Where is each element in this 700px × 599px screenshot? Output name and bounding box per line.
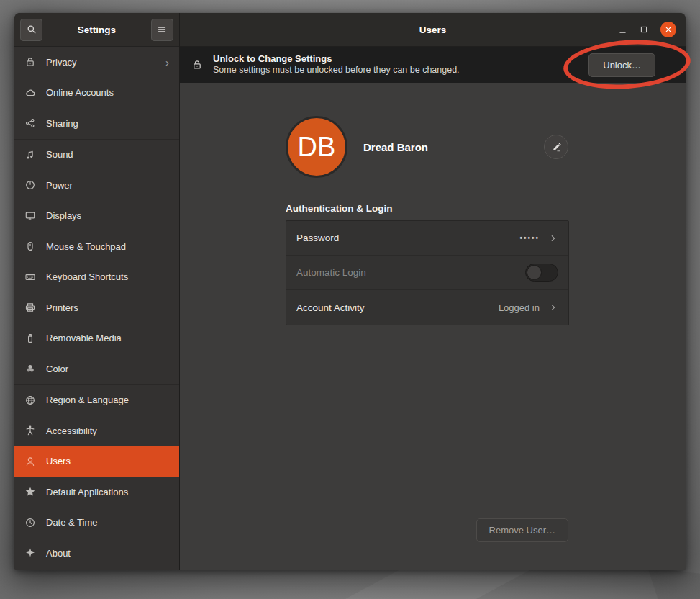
remove-user-button[interactable]: Remove User… (476, 518, 568, 542)
unlock-banner-text: Unlock to Change Settings Some settings … (213, 53, 460, 76)
minimize-button[interactable] (618, 25, 627, 35)
automatic-login-row[interactable]: Automatic Login (286, 256, 568, 290)
sidebar-item-label: Sharing (46, 118, 78, 129)
chevron-right-icon (548, 233, 558, 243)
row-label: Automatic Login (296, 267, 366, 278)
menu-button[interactable] (151, 19, 173, 41)
sidebar-item-label: Mouse & Touchpad (46, 241, 126, 252)
unlock-button[interactable]: Unlock… (588, 53, 655, 77)
sidebar-item-label: Online Accounts (46, 87, 114, 98)
sparkle-icon (24, 547, 36, 559)
chevron-right-icon (548, 302, 558, 312)
mouse-icon (24, 240, 36, 252)
titlebar[interactable]: Users (180, 13, 686, 47)
sidebar-item-label: Default Applications (46, 487, 128, 497)
row-value: ••••• (519, 234, 540, 242)
account-activity-row[interactable]: Account Activity Logged in (286, 290, 568, 325)
accessibility-icon (24, 425, 36, 436)
sidebar-item-sound[interactable]: Sound (14, 140, 179, 171)
sidebar-item-users[interactable]: Users (14, 446, 179, 477)
sidebar-item-label: Privacy (46, 57, 77, 68)
sidebar-item-online-accounts[interactable]: Online Accounts (14, 78, 179, 109)
sidebar-item-label: Power (46, 180, 73, 191)
sidebar: Settings Privacy › Online Accounts Shari… (14, 13, 180, 570)
sidebar-item-label: Accessibility (46, 425, 97, 436)
music-note-icon (24, 149, 36, 161)
sidebar-item-label: Displays (46, 210, 81, 221)
lock-icon (191, 59, 204, 71)
sidebar-item-privacy[interactable]: Privacy › (14, 47, 179, 78)
user-card: DB Dread Baron (286, 114, 569, 180)
sidebar-item-default-applications[interactable]: Default Applications (14, 477, 179, 508)
sidebar-item-keyboard-shortcuts[interactable]: Keyboard Shortcuts (14, 262, 179, 293)
close-button[interactable] (660, 22, 676, 37)
sidebar-item-accessibility[interactable]: Accessibility (14, 415, 179, 446)
section-heading: Authentication & Login (286, 203, 569, 214)
sidebar-item-date-time[interactable]: Date & Time (14, 508, 179, 539)
automatic-login-toggle[interactable] (525, 264, 558, 282)
close-icon (664, 25, 673, 34)
sidebar-item-label: About (46, 548, 71, 559)
users-icon (24, 456, 36, 467)
clock-icon (24, 517, 36, 528)
lock-icon (24, 56, 36, 68)
desktop: { "window": { "sidebar": { "title": "Set… (0, 0, 700, 599)
auth-rows-box: Password ••••• Automatic Login Account A… (286, 220, 569, 325)
avatar: DB (286, 116, 347, 178)
search-button[interactable] (20, 19, 42, 41)
sidebar-item-mouse-touchpad[interactable]: Mouse & Touchpad (14, 231, 179, 262)
sidebar-item-label: Keyboard Shortcuts (46, 271, 128, 282)
page-title: Users (180, 24, 686, 35)
users-panel-column: DB Dread Baron Authentication & Login Pa… (286, 114, 569, 325)
sidebar-item-label: Removable Media (46, 333, 122, 343)
sidebar-item-label: Region & Language (46, 395, 129, 405)
sidebar-item-sharing[interactable]: Sharing (14, 108, 179, 139)
edit-name-button[interactable] (544, 135, 568, 159)
users-panel: DB Dread Baron Authentication & Login Pa… (180, 83, 686, 570)
content-pane: Users Unlock to Change Settings Some set… (180, 13, 686, 570)
unlock-banner: Unlock to Change Settings Some settings … (180, 47, 686, 83)
sidebar-item-region-language[interactable]: Region & Language (14, 385, 179, 416)
sidebar-item-label: Sound (46, 149, 73, 160)
sidebar-item-label: Printers (46, 302, 78, 313)
row-value: Logged in (499, 302, 540, 313)
row-label: Account Activity (296, 302, 365, 313)
sidebar-item-label: Color (46, 364, 68, 374)
hamburger-menu-icon (156, 24, 168, 35)
usb-drive-icon (24, 333, 36, 344)
search-icon (26, 24, 37, 35)
globe-icon (24, 395, 36, 406)
window-controls (618, 13, 676, 46)
sidebar-item-label: Date & Time (46, 517, 98, 528)
display-icon (24, 210, 36, 222)
chevron-right-icon: › (165, 56, 169, 68)
settings-window: Settings Privacy › Online Accounts Shari… (14, 13, 686, 570)
wallpaper-shape (345, 569, 532, 599)
sidebar-item-printers[interactable]: Printers (14, 292, 179, 323)
sidebar-item-power[interactable]: Power (14, 170, 179, 201)
app-title: Settings (78, 24, 116, 35)
color-icon (24, 363, 36, 374)
sidebar-header: Settings (14, 13, 179, 47)
share-icon (24, 117, 36, 129)
toggle-knob (527, 265, 542, 280)
sidebar-item-color[interactable]: Color (14, 353, 179, 384)
sidebar-item-removable-media[interactable]: Removable Media (14, 323, 179, 354)
user-name: Dread Baron (363, 141, 428, 153)
power-icon (24, 179, 36, 191)
unlock-banner-subtitle: Some settings must be unlocked before th… (213, 65, 460, 76)
maximize-button[interactable] (640, 25, 648, 34)
unlock-banner-title: Unlock to Change Settings (213, 53, 460, 65)
sidebar-item-displays[interactable]: Displays (14, 201, 179, 232)
cloud-icon (24, 87, 36, 99)
password-row[interactable]: Password ••••• (286, 221, 568, 256)
keyboard-icon (24, 271, 36, 283)
sidebar-item-about[interactable]: About (14, 538, 179, 569)
sidebar-item-label: Users (46, 456, 71, 467)
star-icon (24, 486, 36, 497)
wallpaper-shape (647, 567, 700, 599)
printer-icon (24, 302, 36, 313)
row-label: Password (296, 233, 339, 243)
pencil-icon (551, 142, 562, 153)
sidebar-list: Privacy › Online Accounts Sharing Sound … (14, 47, 179, 570)
